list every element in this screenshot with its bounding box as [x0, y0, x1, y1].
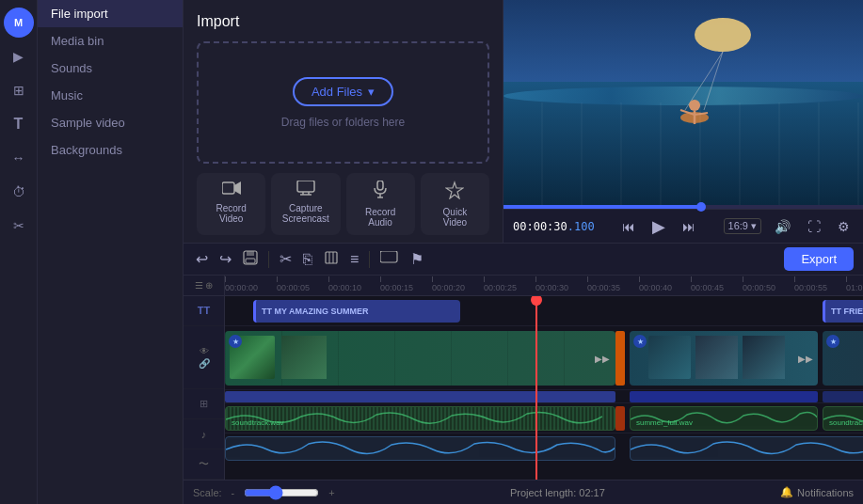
title-track: TT MY AMAZING SUMMER TT FRIENDSHIP	[225, 296, 863, 326]
time-accent: .100	[567, 220, 595, 233]
video-clip-transition[interactable]	[615, 331, 625, 386]
adjustments-button[interactable]: ≡	[347, 249, 361, 270]
add-files-button[interactable]: Add Files ▾	[293, 77, 393, 106]
logo-icon[interactable]: M	[4, 8, 34, 38]
divider-2	[369, 251, 370, 268]
tools-icon[interactable]: ✂	[4, 211, 34, 241]
timeline-area: ↩ ↪ ✂ ⎘ ≡ ⚑ Export	[184, 243, 863, 504]
next-button[interactable]: ⏭	[679, 217, 699, 236]
preview-controls: 00:00:30.100 ⏮ ▶ ⏭ 16:9 ▾ 🔊 ⛶ ⚙	[503, 209, 863, 243]
menu-item-media-bin[interactable]: Media bin	[38, 27, 183, 55]
menu-item-sample-video[interactable]: Sample video	[38, 109, 183, 136]
transition-button[interactable]	[377, 249, 402, 270]
record-audio-btn[interactable]: RecordAudio	[346, 173, 415, 235]
redo-button[interactable]: ↪	[216, 248, 234, 270]
notifications-button[interactable]: 🔔 Notifications	[780, 486, 854, 498]
svg-rect-20	[246, 259, 255, 263]
history-icon[interactable]: ⏱	[4, 177, 34, 207]
drop-text: Drag files or folders here	[281, 116, 405, 129]
timeline-left-controls: ☰ ⊕ TT 👁 🔗 ⊞	[184, 276, 225, 480]
play-button[interactable]: ▶	[648, 214, 669, 239]
video-clip-2[interactable]: ★ ▶▶	[630, 331, 818, 386]
quick-video-btn[interactable]: QuickVideo	[421, 173, 489, 235]
eye-icon[interactable]: 👁	[200, 346, 209, 356]
media-icon[interactable]: ▶	[4, 41, 34, 71]
title-clip-2[interactable]: TT FRIENDSHIP	[823, 300, 863, 323]
record-video-label: RecordVideo	[216, 203, 247, 224]
clip-arrow-2: ▶▶	[798, 354, 813, 364]
clip-star-badge-3: ★	[826, 335, 839, 348]
main-content: Import Add Files ▾ Drag files or folders…	[184, 0, 863, 504]
track-menu-btn[interactable]: ☰	[195, 280, 203, 291]
ruler-mark-12: 01:01:00	[846, 276, 863, 292]
aspect-ratio[interactable]: 16:9 ▾	[724, 218, 761, 234]
video-clip-3[interactable]: ★ ▶▶	[823, 331, 863, 386]
blue-bar-2[interactable]	[630, 391, 818, 402]
playhead[interactable]	[535, 296, 537, 480]
text-icon[interactable]: T	[4, 109, 34, 139]
record-audio-icon	[374, 181, 387, 203]
audio-clip-3[interactable]: summer_full.wav	[630, 406, 818, 431]
progress-bar[interactable]	[503, 205, 863, 209]
title-clip-1-label: TT MY AMAZING SUMMER	[262, 307, 369, 316]
transitions-icon[interactable]: ↔	[4, 143, 34, 173]
copy-button[interactable]: ⎘	[300, 249, 315, 270]
scale-slider[interactable]	[244, 485, 319, 500]
tracks-container: TT MY AMAZING SUMMER TT FRIENDSHIP	[225, 296, 863, 480]
menu-item-backgrounds[interactable]: Backgrounds	[38, 136, 183, 164]
title-clip-1[interactable]: TT MY AMAZING SUMMER	[253, 300, 460, 323]
time-current: 00:00:30	[513, 220, 567, 233]
bottom-bar: Scale: - + Project length: 02:17 🔔 Notif…	[184, 480, 863, 504]
divider-1	[268, 251, 269, 268]
undo-button[interactable]: ↩	[193, 248, 211, 270]
save-button[interactable]	[240, 248, 261, 271]
blue-bar-3[interactable]	[823, 391, 863, 402]
audio-clip-2[interactable]	[615, 406, 625, 431]
ruler-mark-5: 00:00:25	[484, 276, 535, 292]
menu-item-sounds[interactable]: Sounds	[38, 55, 183, 82]
video-clip-main[interactable]: ★ ▶▶	[225, 331, 615, 386]
project-length-value: 02:17	[579, 487, 605, 498]
title-track-icon: TT	[198, 305, 210, 316]
drop-zone[interactable]: Add Files ▾ Drag files or folders here	[197, 41, 489, 164]
svg-rect-21	[326, 252, 337, 263]
fullscreen-button[interactable]: ⛶	[804, 217, 824, 236]
waveform-icon: 〜	[199, 457, 209, 471]
blue-bar-track	[225, 390, 863, 403]
snap-btn[interactable]: ⊕	[205, 280, 213, 291]
cut-button[interactable]: ✂	[277, 248, 295, 270]
title-track-label: TT	[184, 296, 224, 326]
music-clip-2[interactable]: mu...	[630, 436, 863, 461]
volume-button[interactable]: 🔊	[771, 217, 794, 236]
blue-bar-1[interactable]	[225, 391, 615, 402]
settings-button[interactable]: ⚙	[834, 217, 854, 236]
icon-sidebar: M ▶ ⊞ T ↔ ⏱ ✂	[0, 0, 38, 504]
import-panel: Import Add Files ▾ Drag files or folders…	[184, 0, 503, 243]
menu-item-file-import[interactable]: File import	[38, 0, 183, 27]
record-video-btn[interactable]: RecordVideo	[197, 173, 265, 235]
audio-link-icon[interactable]: 🔗	[199, 358, 210, 369]
flag-button[interactable]: ⚑	[408, 248, 426, 270]
trim-button[interactable]	[321, 248, 342, 271]
audio-clip-4[interactable]: soundtrack.wav	[823, 406, 863, 431]
ruler-mark-2: 00:00:10	[328, 276, 380, 292]
ruler-mark-0: 00:00:00	[225, 276, 277, 292]
prev-button[interactable]: ⏮	[618, 217, 639, 236]
ruler-mark-8: 00:00:40	[639, 276, 691, 292]
project-length-label: Project length:	[510, 487, 576, 498]
clip-star-badge-2: ★	[633, 335, 647, 348]
top-area: Import Add Files ▾ Drag files or folders…	[184, 0, 863, 243]
menu-item-music[interactable]: Music	[38, 82, 183, 109]
left-panel: File import Media bin Sounds Music Sampl…	[38, 0, 184, 504]
ruler-mark-7: 00:00:35	[587, 276, 639, 292]
capture-screencast-btn[interactable]: CaptureScreencast	[271, 173, 340, 235]
audio-clip-1[interactable]: soundtrack.wav	[225, 406, 615, 431]
timeline-toolbar: ↩ ↪ ✂ ⎘ ≡ ⚑ Export	[184, 244, 863, 276]
ruler-mark-4: 00:00:20	[432, 276, 484, 292]
svg-rect-24	[380, 251, 397, 262]
export-button[interactable]: Export	[784, 247, 854, 271]
ruler-mark-3: 00:00:15	[380, 276, 432, 292]
video-track: ★ ▶▶ ★	[225, 326, 863, 390]
grid-icon[interactable]: ⊞	[4, 75, 34, 105]
music-clip-1[interactable]	[225, 436, 615, 461]
